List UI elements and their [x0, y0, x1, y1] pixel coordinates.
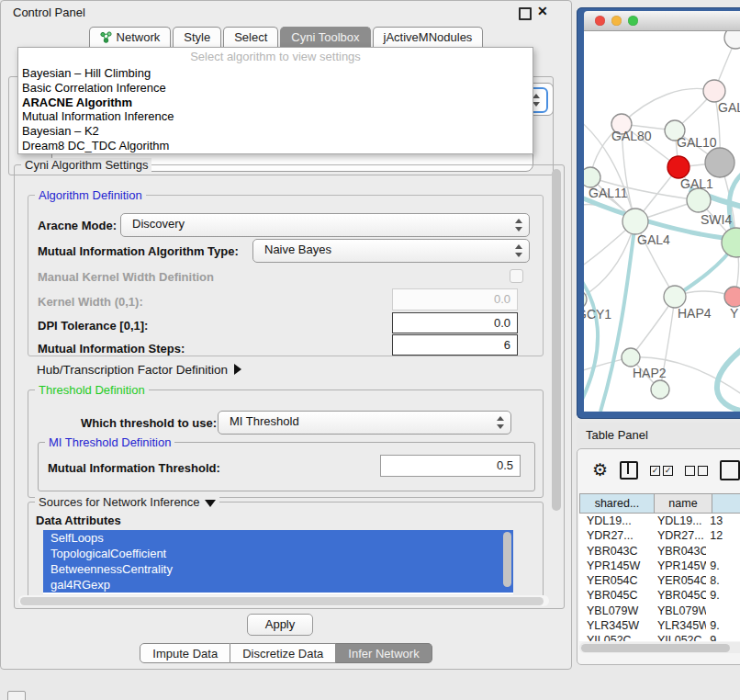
- table-column-header[interactable]: name: [655, 493, 712, 514]
- tab-infer-network[interactable]: Infer Network: [336, 643, 432, 663]
- node-label: Y: [730, 306, 739, 321]
- table-column-header[interactable]: [712, 493, 740, 514]
- list-scrollbar[interactable]: [503, 532, 511, 587]
- dropdown-item[interactable]: Basic Correlation Inference: [18, 81, 533, 96]
- network-node[interactable]: [584, 290, 587, 309]
- table-row[interactable]: YBR045CYBR045C9.: [579, 588, 740, 603]
- which-threshold-combobox[interactable]: MI Threshold: [218, 411, 511, 435]
- scrollbar-thumb[interactable]: [581, 644, 730, 652]
- settings-horizontal-scrollbar[interactable]: [18, 595, 549, 606]
- network-node[interactable]: [667, 156, 690, 178]
- kernel-width-field[interactable]: 0.0: [392, 288, 518, 310]
- table-body: YDL19...YDL19...13YDR27...YDR27...12YBR0…: [579, 514, 740, 641]
- tab-style[interactable]: Style: [173, 27, 221, 48]
- dropdown-item[interactable]: Mutual Information Inference: [18, 109, 533, 124]
- expanded-arrow-icon: [205, 500, 216, 507]
- unchecked-pair-icon[interactable]: [685, 466, 708, 476]
- tab-discretize-data[interactable]: Discretize Data: [230, 643, 336, 663]
- mi-threshold-field[interactable]: 0.5: [380, 455, 521, 477]
- panel-grip-icon[interactable]: [7, 691, 26, 700]
- network-node[interactable]: [664, 286, 686, 308]
- table-row[interactable]: YIL052CYIL052C9: [579, 633, 740, 641]
- table-cell: YPR145W: [579, 559, 650, 573]
- table-panel-title: Table Panel: [586, 428, 648, 442]
- network-node[interactable]: [724, 287, 740, 307]
- data-attribute-item-selected[interactable]: BetweennessCentrality: [43, 561, 513, 577]
- scrollbar-thumb[interactable]: [20, 597, 544, 605]
- tab-select[interactable]: Select: [223, 27, 278, 48]
- node-label: HAP4: [678, 306, 712, 321]
- sources-legend[interactable]: Sources for Network Inference: [35, 495, 219, 509]
- dpi-tolerance-field[interactable]: 0.0: [392, 312, 518, 333]
- table-cell: 8.: [706, 573, 740, 588]
- table-cell: YDL19...: [650, 514, 706, 528]
- minimize-traffic-light-icon[interactable]: [611, 16, 622, 26]
- network-window-titlebar[interactable]: [584, 11, 740, 31]
- table-row[interactable]: YDL19...YDL19...13: [579, 514, 740, 528]
- dropdown-item[interactable]: Bayesian – K2: [18, 124, 533, 139]
- tab-label: jActiveMNodules: [384, 30, 473, 44]
- network-node[interactable]: [724, 31, 740, 49]
- settings-vertical-scrollbar[interactable]: [552, 169, 561, 511]
- dropdown-item[interactable]: Bayesian – Hill Climbing: [18, 66, 533, 81]
- data-attribute-item-selected[interactable]: TopologicalCoefficient: [43, 546, 513, 561]
- data-attribute-item-selected[interactable]: gal4RGexp: [43, 577, 513, 593]
- table-row[interactable]: YPR145WYPR145W9.: [579, 559, 740, 573]
- table-row[interactable]: YBL079WYBL079W: [579, 604, 740, 618]
- manual-kernel-width-checkbox[interactable]: [510, 269, 523, 283]
- close-icon[interactable]: ✕: [537, 4, 548, 18]
- tab-cyni-toolbox[interactable]: Cyni Toolbox: [280, 27, 370, 48]
- column-icon[interactable]: [620, 461, 638, 480]
- table-row[interactable]: YER054CYER054C8.: [579, 573, 740, 588]
- aracne-mode-combobox[interactable]: Discovery: [120, 213, 530, 237]
- table-cell: YDL19...: [579, 514, 650, 528]
- node-label: GAL1: [680, 176, 713, 191]
- dropdown-placeholder: Select algorithm to view settings: [18, 48, 533, 66]
- network-node[interactable]: [622, 209, 648, 234]
- table-horizontal-scrollbar[interactable]: [579, 642, 740, 653]
- tab-impute-data[interactable]: Impute Data: [140, 643, 230, 663]
- table-column-header[interactable]: shared...: [579, 493, 655, 514]
- dropdown-item[interactable]: Dream8 DC_TDC Algorithm: [18, 139, 533, 153]
- table-cell: YIL052C: [650, 633, 706, 641]
- control-panel-title: Control Panel: [13, 6, 85, 19]
- table-cell: [706, 604, 740, 618]
- float-panel-icon[interactable]: [519, 7, 532, 20]
- mi-algorithm-type-combobox[interactable]: Naive Bayes: [252, 239, 530, 263]
- network-node[interactable]: [722, 228, 740, 257]
- gear-icon[interactable]: ⚙: [592, 461, 608, 480]
- network-graph[interactable]: GALGAL80GAL10GAL11GAL1SWI4GAL4GCY1HAP4YH…: [584, 31, 740, 412]
- threshold-definition-legend: Threshold Definition: [35, 383, 149, 397]
- kernel-width-label: Kernel Width (0,1):: [38, 295, 143, 309]
- zoom-traffic-light-icon[interactable]: [628, 16, 638, 26]
- network-view-window[interactable]: GALGAL80GAL10GAL11GAL1SWI4GAL4GCY1HAP4YH…: [577, 7, 740, 419]
- apply-button[interactable]: Apply: [247, 614, 313, 636]
- data-attributes-list[interactable]: SelfLoopsTopologicalCoefficientBetweenne…: [43, 530, 513, 594]
- page-icon[interactable]: [720, 460, 740, 480]
- tab-label: Network: [117, 30, 161, 44]
- aracne-mode-label: Aracne Mode:: [38, 219, 117, 232]
- data-attribute-item-selected[interactable]: SelfLoops: [43, 530, 513, 546]
- mi-steps-field[interactable]: 6: [392, 334, 518, 356]
- table-row[interactable]: YBR043CYBR043C: [579, 544, 740, 559]
- network-canvas[interactable]: GALGAL80GAL10GAL11GAL1SWI4GAL4GCY1HAP4YH…: [584, 31, 740, 412]
- network-node[interactable]: [687, 188, 711, 212]
- close-traffic-light-icon[interactable]: [595, 16, 605, 26]
- dropdown-item[interactable]: ARACNE Algorithm: [18, 96, 533, 110]
- network-icon: [100, 31, 112, 43]
- network-node[interactable]: [705, 148, 734, 177]
- manual-kernel-width-label: Manual Kernel Width Definition: [38, 270, 214, 284]
- tab-jactivemnodules[interactable]: jActiveMNodules: [373, 27, 484, 48]
- sources-legend-text: Sources for Network Inference: [39, 495, 200, 509]
- tab-network[interactable]: Network: [89, 27, 172, 48]
- threshold-definition-group: Threshold Definition Which threshold to …: [28, 390, 544, 498]
- network-node[interactable]: [651, 380, 669, 399]
- table-cell: YLR345W: [650, 618, 706, 633]
- hub-tf-definition-toggle[interactable]: Hub/Transcription Factor Definition: [37, 363, 241, 377]
- table-row[interactable]: YDR27...YDR27...12: [579, 528, 740, 543]
- network-node[interactable]: [622, 348, 640, 367]
- network-node[interactable]: [703, 80, 725, 102]
- checked-pair-icon[interactable]: ✓✓: [650, 466, 673, 476]
- network-node[interactable]: [584, 167, 600, 187]
- table-row[interactable]: YLR345WYLR345W9.: [579, 618, 740, 633]
